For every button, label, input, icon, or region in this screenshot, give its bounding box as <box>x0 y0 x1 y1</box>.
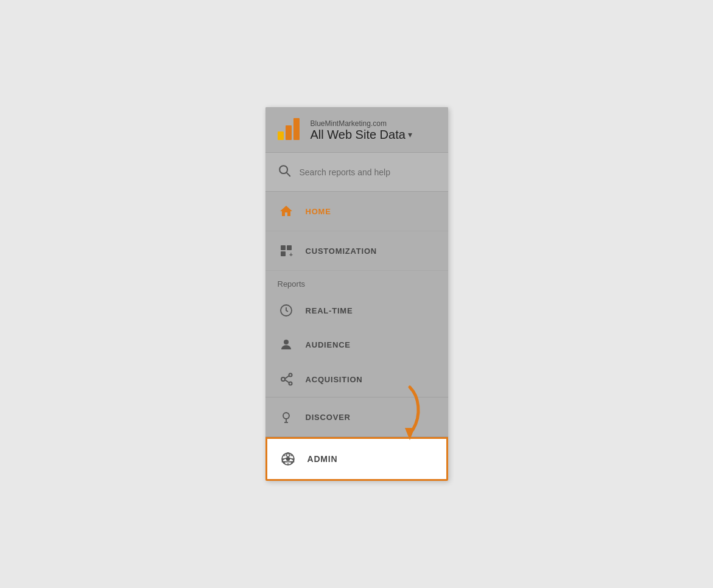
reports-section-header: Reports <box>265 271 448 293</box>
search-icon <box>278 164 291 180</box>
svg-point-18 <box>286 457 290 461</box>
audience-icon <box>278 337 295 352</box>
search-row[interactable]: Search reports and help <box>265 153 448 192</box>
svg-rect-4 <box>281 251 286 256</box>
sidebar: BlueMintMarketing.com All Web Site Data … <box>265 107 448 481</box>
home-label: HOME <box>306 207 331 216</box>
discover-icon <box>278 410 295 424</box>
home-icon <box>278 204 295 219</box>
realtime-label: REAL-TIME <box>306 306 353 315</box>
property-selector[interactable]: All Web Site Data ▾ <box>311 128 412 142</box>
search-placeholder: Search reports and help <box>300 167 390 177</box>
admin-label: ADMIN <box>307 454 338 464</box>
customization-label: CUSTOMIZATION <box>306 247 378 256</box>
ga-logo <box>278 118 302 142</box>
svg-text:+: + <box>289 251 293 258</box>
site-name: BlueMintMarketing.com <box>311 119 412 128</box>
audience-label: AUDIENCE <box>306 340 351 349</box>
reports-section: Reports REAL-TIME AUDIENCE <box>265 271 448 397</box>
realtime-icon <box>278 303 295 318</box>
customization-icon: + <box>278 243 295 258</box>
acquisition-icon <box>278 371 295 387</box>
header: BlueMintMarketing.com All Web Site Data … <box>265 107 448 153</box>
svg-line-1 <box>287 173 290 176</box>
logo-bar-3 <box>293 118 300 140</box>
dropdown-arrow-icon: ▾ <box>408 130 412 139</box>
svg-rect-2 <box>281 245 286 250</box>
sidebar-item-admin[interactable]: ADMIN <box>265 437 448 481</box>
svg-line-11 <box>285 376 289 379</box>
sidebar-item-customization[interactable]: + CUSTOMIZATION <box>265 231 448 271</box>
svg-point-0 <box>279 166 287 173</box>
admin-icon <box>279 451 297 467</box>
logo-bar-1 <box>278 131 284 140</box>
svg-line-12 <box>285 380 289 383</box>
svg-point-7 <box>284 340 289 345</box>
sidebar-item-realtime[interactable]: REAL-TIME <box>265 293 448 327</box>
discover-label: DISCOVER <box>306 413 351 422</box>
sidebar-item-discover[interactable]: DISCOVER <box>265 397 448 437</box>
svg-rect-3 <box>287 245 292 250</box>
sidebar-item-audience[interactable]: AUDIENCE <box>265 327 448 362</box>
header-text: BlueMintMarketing.com All Web Site Data … <box>311 119 412 142</box>
svg-point-13 <box>283 413 289 419</box>
svg-point-8 <box>281 377 285 381</box>
acquisition-label: ACQUISITION <box>306 375 363 384</box>
property-name: All Web Site Data <box>311 128 406 142</box>
sidebar-item-acquisition[interactable]: ACQUISITION <box>265 362 448 397</box>
sidebar-item-home[interactable]: HOME <box>265 192 448 231</box>
logo-bar-2 <box>286 125 292 140</box>
